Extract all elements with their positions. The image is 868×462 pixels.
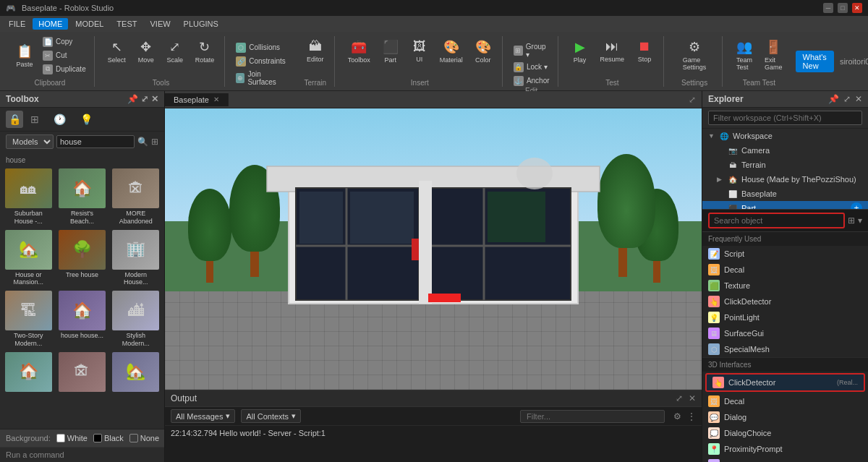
anchor-button[interactable]: ⚓ Anchor [511, 75, 552, 87]
exit-game-button[interactable]: 🚪 ExitGame [760, 36, 787, 74]
select-button[interactable]: ↖ Select [103, 36, 130, 67]
obj-item-clickdetector-3d[interactable]: 👆 ClickDetector (Real... [705, 373, 865, 392]
search-dropdown-icon[interactable]: ▾ [858, 215, 862, 226]
models-dropdown[interactable]: Models [6, 134, 54, 149]
obj-item-decal[interactable]: 🖼 Decal [702, 262, 868, 278]
join-surfaces-button[interactable]: ⊕ Join Surfaces [234, 69, 288, 87]
explorer-expand-icon[interactable]: ⤢ [843, 94, 851, 104]
obj-item-decal-3d[interactable]: 🖼 Decal [702, 393, 868, 409]
resume-button[interactable]: ⏭ Resume [596, 36, 629, 66]
toolbox-tab-lock[interactable]: 🔒 [6, 111, 23, 128]
tree-item-workspace[interactable]: ▼ 🌐 Workspace [702, 129, 868, 143]
obj-item-specialmesh[interactable]: ⬡ SpecialMesh [702, 341, 868, 357]
menu-file[interactable]: FILE [3, 18, 31, 30]
explorer-filter-input[interactable] [708, 111, 862, 125]
collisions-button[interactable]: ⬡ Collisions [234, 42, 288, 54]
maximize-button[interactable]: □ [838, 3, 848, 13]
toolbox-pin-icon[interactable]: 📌 [127, 94, 138, 104]
list-item[interactable]: 🏚 [56, 352, 107, 395]
list-item[interactable]: 🌳 Tree house [56, 230, 107, 288]
sort-icon[interactable]: ⊞ [151, 137, 158, 147]
whats-new-button[interactable]: What's New [796, 51, 834, 72]
bg-black-option[interactable]: Black [93, 434, 124, 442]
duplicate-button[interactable]: ⧉ Duplicate [41, 64, 88, 75]
cut-button[interactable]: ✂ Cut [41, 50, 88, 61]
viewport-expand-icon[interactable]: ⤢ [689, 95, 696, 105]
list-item[interactable]: 🏠 house house... [56, 291, 107, 349]
toolbox-expand-icon[interactable]: ⤢ [141, 94, 148, 104]
group-button[interactable]: ⊞ Group ▾ [511, 42, 552, 59]
search-grid-icon[interactable]: ⊞ [848, 215, 855, 226]
list-item[interactable]: 🏠 [3, 352, 54, 395]
team-test-button[interactable]: 👥 TeamTest [731, 36, 757, 74]
add-object-search-input[interactable] [708, 213, 845, 228]
obj-item-pointlight[interactable]: 💡 PointLight [702, 309, 868, 325]
messages-dropdown[interactable]: All Messages ▾ [171, 409, 235, 423]
menu-plugins[interactable]: PLUGINS [178, 18, 224, 30]
tree-item-camera[interactable]: 📷 Camera [702, 143, 868, 158]
copy-button[interactable]: 📄 Copy [41, 36, 88, 48]
output-close-icon[interactable]: ✕ [689, 393, 696, 403]
list-item[interactable]: 🏡 House or Mansion... [3, 230, 54, 288]
bg-white-option[interactable]: White [56, 434, 88, 442]
list-item[interactable]: 🏘 Suburban House -... [3, 168, 54, 227]
obj-item-script[interactable]: 📝 Script [702, 246, 868, 262]
color-button[interactable]: 🎨 Color [470, 36, 496, 67]
viewport-tab-baseplate[interactable]: Baseplate ✕ [165, 93, 229, 106]
contexts-dropdown[interactable]: All Contexts ▾ [241, 409, 301, 423]
tree-item-baseplate[interactable]: ⬜ Baseplate [702, 187, 868, 201]
output-menu-icon[interactable]: ⋮ [687, 411, 696, 422]
material-button[interactable]: 🎨 Material [435, 36, 467, 67]
tree-item-house[interactable]: ▶ 🏠 House (Made by ThePozziShou) [702, 172, 868, 187]
bg-none-option[interactable]: None [129, 434, 159, 442]
toolbox-tab-grid[interactable]: ⊞ [23, 111, 46, 128]
constraints-button[interactable]: 🔗 Constraints [234, 56, 288, 67]
stop-button[interactable]: ⏹ Stop [631, 36, 658, 66]
move-button[interactable]: ✥ Move [133, 36, 159, 67]
obj-item-dialog[interactable]: 💬 Dialog [702, 409, 868, 425]
menu-view[interactable]: VIEW [144, 18, 176, 30]
play-button[interactable]: ▶ Play [567, 36, 593, 67]
rotate-button[interactable]: ↻ Rotate [191, 36, 219, 67]
toolbox-tab-light[interactable]: 💡 [73, 111, 100, 128]
close-button[interactable]: ✕ [852, 3, 862, 13]
minimize-button[interactable]: ─ [823, 3, 833, 13]
obj-item-proximityprompt[interactable]: 📍 ProximityPrompt [702, 441, 868, 457]
list-item[interactable]: 🏚 MORE Abandoned [111, 168, 161, 227]
menu-home[interactable]: HOME [33, 18, 68, 30]
tree-item-terrain[interactable]: 🏔 Terrain [702, 158, 868, 172]
scale-button[interactable]: ⤢ Scale [162, 36, 188, 67]
lock-button[interactable]: 🔒 Lock ▾ [511, 61, 552, 73]
obj-item-surfacegui[interactable]: 🖥 SurfaceGui [702, 325, 868, 341]
game-settings-button[interactable]: ⚙ GameSettings [673, 36, 716, 74]
obj-item-dialogchoice[interactable]: 💭 DialogChoice [702, 425, 868, 441]
search-input[interactable] [60, 137, 131, 146]
output-expand-icon[interactable]: ⤢ [676, 393, 683, 403]
explorer-pin-icon[interactable]: 📌 [828, 94, 839, 104]
list-item[interactable]: 🏙 Stylish Modern... [111, 291, 161, 349]
menu-test[interactable]: TEST [111, 18, 142, 30]
list-item[interactable]: 🏡 [111, 352, 161, 395]
part-button[interactable]: ⬛ Part [378, 36, 404, 67]
obj-item-surfaceappearance[interactable]: ◻ SurfaceAppearance [702, 457, 868, 462]
obj-item-clickdetector-freq[interactable]: 👆 ClickDetector [702, 294, 868, 309]
toolbox-close-icon[interactable]: ✕ [151, 94, 158, 104]
list-item[interactable]: 🏢 Modern House... [111, 230, 161, 288]
tab-close-icon[interactable]: ✕ [213, 95, 219, 103]
ui-button[interactable]: 🖼 UI [407, 36, 433, 66]
list-item[interactable]: 🏠 Resist's Beach... [56, 168, 107, 227]
obj-item-texture[interactable]: 🟩 Texture [702, 278, 868, 294]
settings-icon[interactable]: ⚙ [673, 411, 681, 422]
search-icon[interactable]: 🔍 [137, 137, 148, 147]
3d-viewport[interactable] [165, 108, 702, 390]
part-add-button[interactable]: + [851, 202, 862, 209]
explorer-close-icon[interactable]: ✕ [855, 94, 862, 104]
toolbox-button[interactable]: 🧰 Toolbox [344, 36, 375, 67]
paste-button[interactable]: 📋 Paste [12, 40, 38, 71]
list-item[interactable]: 🏗 Two-Story Modern... [3, 291, 54, 349]
run-command-area[interactable]: Run a command [0, 447, 164, 462]
filter-input[interactable] [520, 410, 665, 423]
tree-item-part[interactable]: ⬛ Part + [702, 201, 868, 209]
toolbox-tab-clock[interactable]: 🕐 [46, 111, 73, 128]
menu-model[interactable]: MODEL [69, 18, 109, 30]
